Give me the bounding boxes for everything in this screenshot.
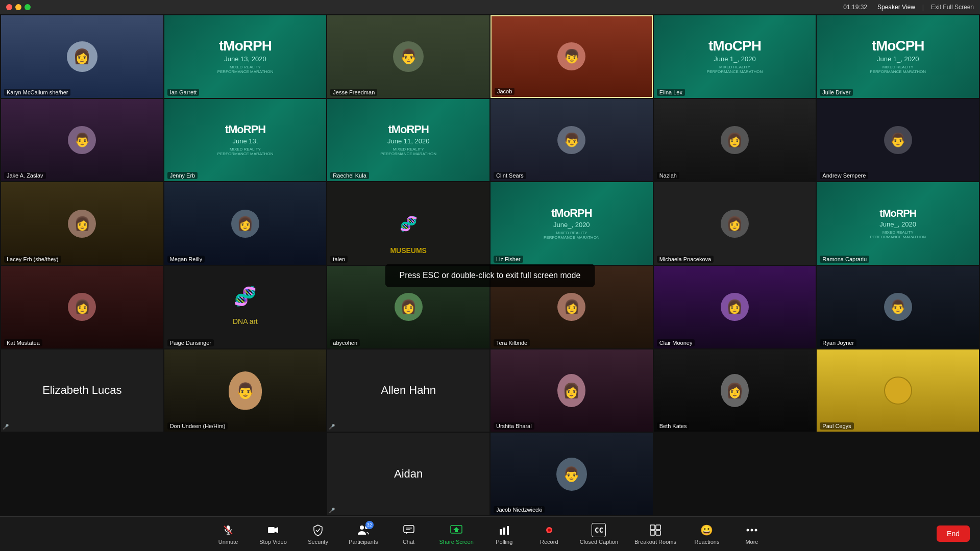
tile-allen[interactable]: Allen Hahn 🎤: [327, 349, 489, 432]
participants-badge: 32: [365, 521, 374, 529]
display-name-aidan: Aidan: [394, 467, 423, 481]
name-aby: abycohen: [330, 339, 360, 346]
name-beth: Beth Kates: [657, 422, 690, 430]
video-icon: [266, 523, 280, 537]
tile-lacey[interactable]: 👩 Lacey Erb (she/they): [1, 182, 163, 265]
name-michaela: Michaela Pnacekova: [657, 256, 714, 263]
participants-icon: 32: [356, 523, 371, 537]
participants-label: Participants: [349, 539, 378, 545]
tile-clint[interactable]: 👦 Clint Sears: [491, 99, 653, 182]
name-nazlah: Nazlah: [657, 172, 679, 179]
toolbar-unmute[interactable]: Unmute: [214, 523, 242, 545]
tile-jake[interactable]: 👨 Jake A. Zaslav: [1, 99, 163, 182]
svg-rect-19: [656, 525, 660, 530]
tile-julie[interactable]: tMoCPH June 1_, 2020 MIXED REALITYPERFOR…: [817, 15, 979, 98]
tile-row6-blank4: [817, 433, 979, 515]
record-label: Record: [540, 539, 558, 545]
name-ian: Ian Garrett: [167, 89, 200, 96]
name-talen: talen: [330, 256, 348, 263]
name-karyn: Karyn McCallum she/her: [4, 89, 70, 96]
view-controls: Speaker View | Exit Full Screen: [877, 4, 974, 11]
svg-rect-4: [268, 527, 275, 533]
polling-label: Polling: [496, 539, 512, 545]
tile-megan[interactable]: 👩 Megan Reilly: [164, 182, 327, 265]
meeting-timer: 01:19:32: [843, 4, 867, 11]
tile-don[interactable]: 👨 Don Undeen (He/Him): [164, 349, 327, 432]
toolbar-security[interactable]: Security: [304, 523, 332, 545]
tile-paul[interactable]: Paul Cegys: [817, 349, 979, 432]
close-button[interactable]: [6, 4, 12, 10]
svg-point-22: [746, 529, 749, 532]
toolbar-share-screen[interactable]: Share Screen: [439, 523, 474, 545]
tile-aby[interactable]: 👩 abycohen: [327, 266, 489, 348]
name-tera: Tera Kilbride: [494, 339, 530, 346]
video-grid: 👩 Karyn McCallum she/her tMoRPH June 13,…: [0, 14, 980, 516]
tile-aidan[interactable]: Aidan🎤: [327, 433, 489, 515]
reactions-label: Reactions: [694, 539, 719, 545]
svg-rect-13: [500, 529, 502, 535]
name-megan: Megan Reilly: [167, 256, 205, 263]
top-bar: 01:19:32 Speaker View | Exit Full Screen: [0, 0, 980, 14]
tile-tera[interactable]: 👩 Tera Kilbride: [491, 266, 653, 348]
svg-point-17: [548, 529, 551, 532]
tile-clair[interactable]: 👩 Clair Mooney: [654, 266, 816, 348]
fullscreen-button[interactable]: [24, 4, 31, 10]
tile-elina[interactable]: tMoCPH June 1_, 2020 MIXED REALITYPERFOR…: [654, 15, 816, 98]
tile-row6-blank1: [1, 433, 163, 515]
tile-nazlah[interactable]: 👩 Nazlah: [654, 99, 816, 182]
tile-talen[interactable]: 🧬 MUSEUMS talen: [327, 182, 489, 265]
tile-karyn[interactable]: 👩 Karyn McCallum she/her: [1, 15, 163, 98]
toolbar-breakout-rooms[interactable]: Breakout Rooms: [634, 523, 676, 545]
toolbar-record[interactable]: Record: [535, 523, 564, 545]
tile-paige[interactable]: 🧬DNA art Paige Dansinger: [164, 266, 327, 348]
tile-kat[interactable]: 👩 Kat Mustatea: [1, 266, 163, 348]
display-name-elizabeth: Elizabeth Lucas: [42, 384, 121, 397]
tile-elizabeth[interactable]: Elizabeth Lucas 🎤: [1, 349, 163, 432]
minimize-button[interactable]: [15, 4, 21, 10]
tile-michaela[interactable]: 👩 Michaela Pnacekova: [654, 182, 816, 265]
end-button[interactable]: End: [937, 525, 970, 542]
svg-marker-12: [453, 527, 459, 532]
toolbar-chat[interactable]: Chat: [395, 523, 423, 545]
toolbar-reactions[interactable]: 😀 Reactions: [693, 523, 721, 545]
tile-ryan[interactable]: 👨 Ryan Joyner: [817, 266, 979, 348]
name-jenny: Jenny Erb: [167, 172, 198, 179]
toolbar-polling[interactable]: Polling: [490, 523, 519, 545]
tile-jesse[interactable]: 👨 Jesse Freedman: [327, 15, 489, 98]
speaker-view-btn[interactable]: Speaker View: [877, 4, 915, 11]
tile-ian[interactable]: tMoRPH June 13, 2020 MIXED REALITYPERFOR…: [164, 15, 327, 98]
more-label: More: [745, 539, 758, 545]
polling-icon: [497, 523, 511, 537]
record-icon: [542, 523, 556, 537]
tile-beth[interactable]: 👩 Beth Kates: [654, 349, 816, 432]
svg-point-24: [754, 529, 757, 532]
tile-urshita[interactable]: 👩 Urshita Bharal: [491, 349, 653, 432]
tile-jacob1[interactable]: 👦 Jacob: [491, 15, 653, 98]
tile-jacob2[interactable]: 👨 Jacob Niedzwiecki: [491, 433, 653, 515]
name-ramona: Ramona Caprariu: [820, 256, 869, 263]
tile-row6-blank2: [164, 433, 327, 515]
name-jacob1: Jacob: [495, 88, 514, 95]
reactions-icon: 😀: [700, 523, 714, 537]
toolbar-stop-video[interactable]: Stop Video: [259, 523, 287, 545]
toolbar: Unmute Stop Video Security: [0, 516, 980, 551]
tile-jenny[interactable]: tMoRPH June 13, MIXED REALITYPERFORMANCE…: [164, 99, 327, 182]
share-screen-label: Share Screen: [439, 539, 474, 545]
tile-raechel[interactable]: tMoRPH June 11, 2020 MIXED REALITYPERFOR…: [327, 99, 489, 182]
name-andrew: Andrew Sempere: [820, 172, 868, 179]
svg-rect-20: [650, 531, 655, 535]
svg-rect-15: [507, 526, 509, 535]
tile-andrew[interactable]: 👨 Andrew Sempere: [817, 99, 979, 182]
tile-liz[interactable]: tMoRPH June_, 2020 MIXED REALITYPERFORMA…: [491, 182, 653, 265]
stop-video-label: Stop Video: [259, 539, 287, 545]
svg-rect-21: [656, 531, 660, 535]
mic-icon: [221, 523, 235, 537]
name-urshita: Urshita Bharal: [494, 422, 534, 430]
toolbar-closed-caption[interactable]: CC Closed Caption: [580, 523, 618, 545]
closed-caption-icon: CC: [592, 523, 606, 537]
toolbar-participants[interactable]: 32 Participants: [349, 523, 378, 545]
name-clint: Clint Sears: [494, 172, 526, 179]
tile-ramona[interactable]: tMoRPH June_, 2020 MIXED REALITYPERFORMA…: [817, 182, 979, 265]
exit-fullscreen-btn[interactable]: Exit Full Screen: [931, 4, 974, 11]
toolbar-more[interactable]: More: [738, 523, 766, 545]
